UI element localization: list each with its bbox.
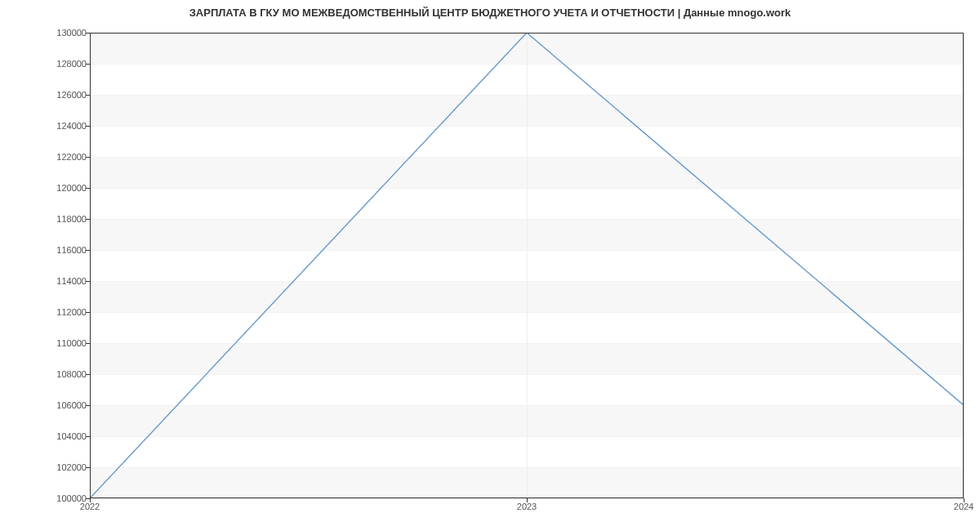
- chart-title: ЗАРПЛАТА В ГКУ МО МЕЖВЕДОМСТВЕННЫЙ ЦЕНТР…: [0, 7, 980, 19]
- y-tick-label: 114000: [38, 276, 87, 286]
- plot-border: [90, 33, 964, 498]
- gridline-v: [964, 33, 964, 498]
- x-tick-label: 2023: [517, 502, 537, 511]
- y-tick-label: 120000: [38, 183, 87, 193]
- y-tick-label: 102000: [38, 462, 87, 472]
- y-tick-label: 128000: [38, 59, 87, 69]
- y-tick-label: 106000: [38, 400, 87, 410]
- plot-area: [90, 33, 964, 498]
- y-tick-label: 126000: [38, 90, 87, 100]
- chart-container: ЗАРПЛАТА В ГКУ МО МЕЖВЕДОМСТВЕННЫЙ ЦЕНТР…: [0, 0, 980, 531]
- y-tick-label: 110000: [38, 338, 87, 348]
- x-tick-label: 2024: [954, 502, 973, 511]
- x-tick-label: 2022: [80, 502, 100, 511]
- y-tick-label: 122000: [38, 152, 87, 162]
- y-tick-label: 104000: [38, 431, 87, 441]
- y-tick-label: 112000: [38, 307, 87, 317]
- y-tick-label: 124000: [38, 121, 87, 131]
- y-tick-label: 118000: [38, 214, 87, 224]
- y-tick-label: 116000: [38, 245, 87, 255]
- y-tick-label: 108000: [38, 369, 87, 379]
- y-tick-label: 130000: [38, 28, 87, 38]
